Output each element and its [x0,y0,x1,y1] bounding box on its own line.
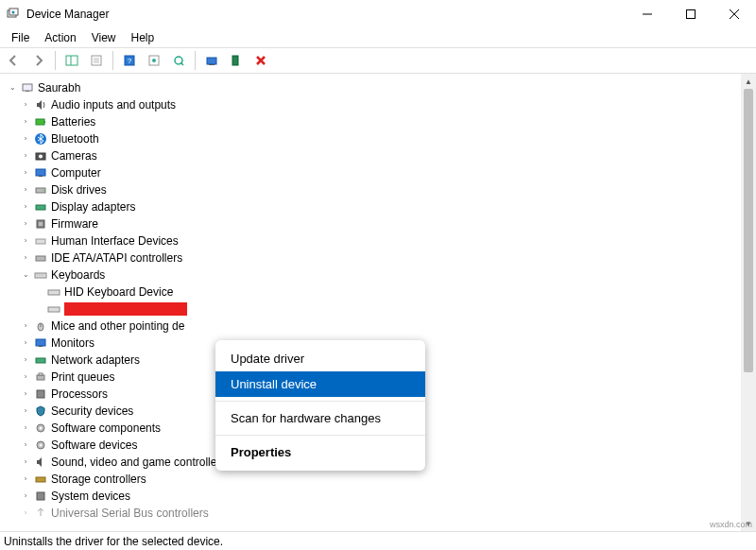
tree-node-usb[interactable]: ›Universal Serial Bus controllers [6,505,756,522]
menu-file[interactable]: File [6,31,35,44]
chevron-right-icon[interactable]: › [19,198,32,215]
chevron-right-icon[interactable]: › [19,215,32,232]
context-menu: Update driver Uninstall device Scan for … [215,340,425,471]
show-hidden-button[interactable] [61,50,82,71]
chevron-down-icon[interactable]: ⌄ [6,79,19,96]
menu-bar: File Action View Help [0,28,756,47]
tree-node-redacted-keyboard[interactable] [6,301,756,318]
tree-node-disk[interactable]: ›Disk drives [6,181,756,198]
tree-node-ide[interactable]: ›IDE ATA/ATAPI controllers [6,249,756,266]
help-button[interactable]: ? [119,50,140,71]
scroll-thumb[interactable] [744,89,753,372]
update-driver-button[interactable] [201,50,222,71]
svg-point-31 [43,190,44,192]
chevron-right-icon[interactable]: › [19,420,32,437]
node-label: Processors [51,386,108,403]
chevron-right-icon[interactable]: › [19,403,32,420]
forward-button[interactable] [28,50,49,71]
chevron-right-icon[interactable]: › [19,335,32,352]
properties-button[interactable] [86,50,107,71]
node-label: Display adapters [51,198,135,215]
tree-node-audio[interactable]: ›Audio inputs and outputs [6,96,756,113]
chevron-right-icon[interactable]: › [19,352,32,369]
redacted-label [64,302,187,316]
chevron-right-icon[interactable]: › [19,181,32,198]
chevron-right-icon[interactable]: › [19,113,32,130]
menu-help[interactable]: Help [126,31,161,44]
chip-icon [32,216,49,232]
node-label: Storage controllers [51,471,146,488]
tree-node-hid-keyboard[interactable]: HID Keyboard Device [6,284,756,301]
chevron-right-icon[interactable]: › [19,96,32,113]
window-controls [626,0,756,28]
back-button[interactable] [4,50,25,71]
chevron-right-icon[interactable]: › [19,471,32,488]
camera-icon [32,148,49,163]
chevron-right-icon[interactable]: › [19,130,32,147]
tree-node-keyboards[interactable]: ⌄Keyboards [6,266,756,284]
chevron-right-icon[interactable]: › [19,249,32,266]
svg-point-52 [40,444,43,447]
svg-rect-46 [37,375,44,380]
svg-rect-48 [37,390,44,398]
tree-node-mice[interactable]: ›Mice and other pointing de [6,318,756,335]
bluetooth-icon [32,131,49,146]
tree-node-system[interactable]: ›System devices [6,488,756,505]
chevron-down-icon[interactable]: ⌄ [19,266,32,284]
node-label: IDE ATA/ATAPI controllers [51,249,182,266]
disable-button[interactable] [250,50,271,71]
chevron-right-icon[interactable]: › [19,386,32,403]
chevron-right-icon[interactable]: › [19,369,32,386]
scan-button[interactable] [168,50,189,71]
tree-node-batteries[interactable]: ›Batteries [6,113,756,130]
node-label: Software components [51,420,161,437]
svg-rect-22 [26,91,29,92]
svg-rect-54 [37,492,44,500]
tree-node-computer[interactable]: ›Computer [6,164,756,181]
svg-rect-53 [36,477,45,482]
svg-rect-21 [23,84,32,91]
monitor-icon [32,335,49,351]
gear-icon [32,438,49,453]
svg-rect-45 [36,358,45,363]
chevron-right-icon[interactable]: › [19,318,32,335]
vertical-scrollbar[interactable]: ▲ ▼ [741,74,756,531]
tree-node-storage[interactable]: ›Storage controllers [6,471,756,488]
chevron-right-icon[interactable]: › [19,232,32,249]
ctx-uninstall-device[interactable]: Uninstall device [215,371,425,397]
node-label: Computer [51,164,101,181]
keyboard-icon [45,284,62,300]
chevron-right-icon[interactable]: › [19,488,32,505]
minimize-button[interactable] [626,0,669,28]
node-label: System devices [51,488,130,505]
network-icon [32,352,49,368]
tree-node-hid[interactable]: ›Human Interface Devices [6,232,756,249]
usb-icon [32,506,49,521]
chevron-right-icon[interactable]: › [19,147,32,164]
chevron-right-icon[interactable]: › [19,437,32,454]
menu-action[interactable]: Action [39,31,81,44]
ctx-properties[interactable]: Properties [215,439,425,465]
tree-node-display[interactable]: ›Display adapters [6,198,756,215]
action-button[interactable] [144,50,164,71]
tree-root[interactable]: ⌄ Saurabh [6,79,756,96]
svg-rect-32 [36,205,45,210]
chevron-right-icon[interactable]: › [19,505,32,522]
close-button[interactable] [713,0,756,28]
uninstall-button[interactable] [226,50,247,71]
ctx-update-driver[interactable]: Update driver [215,346,425,371]
chevron-right-icon[interactable]: › [19,164,32,181]
chevron-right-icon[interactable]: › [19,454,32,471]
svg-rect-24 [44,121,45,123]
svg-rect-34 [39,222,43,226]
tree-node-firmware[interactable]: ›Firmware [6,215,756,232]
scroll-up-button[interactable]: ▲ [741,74,756,89]
ctx-scan-hardware[interactable]: Scan for hardware changes [215,405,425,431]
tree-node-cameras[interactable]: ›Cameras [6,147,756,164]
tree-node-bluetooth[interactable]: ›Bluetooth [6,130,756,147]
svg-rect-23 [36,119,44,125]
node-label: Security devices [51,403,133,420]
menu-view[interactable]: View [86,31,122,44]
maximize-button[interactable] [669,0,713,28]
node-label: Cameras [51,147,97,164]
